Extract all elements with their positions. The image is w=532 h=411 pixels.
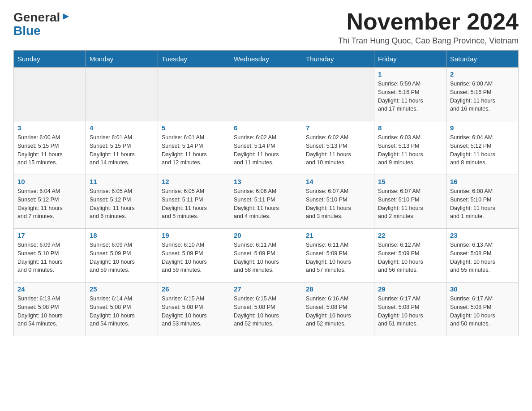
day-number: 10	[17, 178, 82, 185]
day-number: 4	[90, 124, 154, 132]
day-number: 12	[162, 178, 226, 185]
day-cell: 18Sunrise: 6:09 AM Sunset: 5:09 PM Dayli…	[86, 229, 158, 283]
day-number: 1	[378, 70, 442, 78]
day-info: Sunrise: 6:17 AM Sunset: 5:08 PM Dayligh…	[450, 295, 515, 328]
day-cell: 4Sunrise: 6:01 AM Sunset: 5:15 PM Daylig…	[86, 121, 158, 175]
day-info: Sunrise: 6:09 AM Sunset: 5:09 PM Dayligh…	[90, 241, 154, 274]
day-cell: 19Sunrise: 6:10 AM Sunset: 5:09 PM Dayli…	[158, 229, 230, 283]
day-cell: 7Sunrise: 6:02 AM Sunset: 5:13 PM Daylig…	[302, 121, 374, 175]
day-number: 9	[450, 124, 515, 132]
day-number: 30	[450, 285, 515, 293]
day-info: Sunrise: 6:13 AM Sunset: 5:08 PM Dayligh…	[450, 241, 515, 274]
day-info: Sunrise: 6:03 AM Sunset: 5:13 PM Dayligh…	[378, 133, 442, 167]
day-cell: 24Sunrise: 6:13 AM Sunset: 5:08 PM Dayli…	[14, 283, 86, 336]
svg-marker-0	[63, 13, 69, 20]
day-info: Sunrise: 6:04 AM Sunset: 5:12 PM Dayligh…	[450, 133, 515, 167]
day-cell: 12Sunrise: 6:05 AM Sunset: 5:11 PM Dayli…	[158, 175, 230, 229]
day-cell: 11Sunrise: 6:05 AM Sunset: 5:12 PM Dayli…	[86, 175, 158, 229]
day-cell: 10Sunrise: 6:04 AM Sunset: 5:12 PM Dayli…	[14, 175, 86, 229]
day-cell: 20Sunrise: 6:11 AM Sunset: 5:09 PM Dayli…	[230, 229, 302, 283]
day-info: Sunrise: 6:15 AM Sunset: 5:08 PM Dayligh…	[162, 295, 226, 328]
weekday-sunday: Sunday	[14, 51, 86, 68]
day-info: Sunrise: 6:15 AM Sunset: 5:08 PM Dayligh…	[234, 295, 298, 328]
weekday-wednesday: Wednesday	[230, 51, 302, 68]
logo-general: General	[13, 11, 60, 24]
day-number: 29	[378, 285, 442, 293]
day-info: Sunrise: 6:00 AM Sunset: 5:16 PM Dayligh…	[450, 80, 515, 113]
day-info: Sunrise: 6:02 AM Sunset: 5:13 PM Dayligh…	[306, 133, 370, 167]
day-cell	[230, 68, 302, 121]
day-info: Sunrise: 6:04 AM Sunset: 5:12 PM Dayligh…	[17, 187, 82, 221]
title-area: November 2024 Thi Tran Hung Quoc, Cao Ba…	[338, 9, 519, 46]
day-info: Sunrise: 6:02 AM Sunset: 5:14 PM Dayligh…	[234, 133, 298, 167]
weekday-header-row: SundayMondayTuesdayWednesdayThursdayFrid…	[14, 51, 519, 68]
logo-triangle-icon	[61, 12, 71, 21]
day-number: 5	[162, 124, 226, 132]
day-number: 6	[234, 124, 298, 132]
calendar: SundayMondayTuesdayWednesdayThursdayFrid…	[13, 50, 519, 336]
day-number: 27	[234, 285, 298, 293]
day-info: Sunrise: 6:17 AM Sunset: 5:08 PM Dayligh…	[378, 295, 442, 328]
weekday-friday: Friday	[374, 51, 446, 68]
day-cell: 22Sunrise: 6:12 AM Sunset: 5:09 PM Dayli…	[374, 229, 446, 283]
day-cell: 13Sunrise: 6:06 AM Sunset: 5:11 PM Dayli…	[230, 175, 302, 229]
day-info: Sunrise: 6:11 AM Sunset: 5:09 PM Dayligh…	[234, 241, 298, 274]
day-cell: 5Sunrise: 6:01 AM Sunset: 5:14 PM Daylig…	[158, 121, 230, 175]
day-number: 16	[450, 178, 515, 185]
day-cell: 16Sunrise: 6:08 AM Sunset: 5:10 PM Dayli…	[446, 175, 519, 229]
day-number: 17	[17, 231, 82, 239]
day-cell: 1Sunrise: 5:59 AM Sunset: 5:16 PM Daylig…	[374, 68, 446, 121]
day-info: Sunrise: 6:10 AM Sunset: 5:09 PM Dayligh…	[162, 241, 226, 274]
day-info: Sunrise: 5:59 AM Sunset: 5:16 PM Dayligh…	[378, 80, 442, 113]
day-info: Sunrise: 6:12 AM Sunset: 5:09 PM Dayligh…	[378, 241, 442, 274]
day-cell: 30Sunrise: 6:17 AM Sunset: 5:08 PM Dayli…	[446, 283, 519, 336]
day-number: 25	[90, 285, 154, 293]
day-info: Sunrise: 6:09 AM Sunset: 5:10 PM Dayligh…	[17, 241, 82, 274]
week-row-3: 10Sunrise: 6:04 AM Sunset: 5:12 PM Dayli…	[14, 175, 519, 229]
day-info: Sunrise: 6:08 AM Sunset: 5:10 PM Dayligh…	[450, 187, 515, 221]
week-row-4: 17Sunrise: 6:09 AM Sunset: 5:10 PM Dayli…	[14, 229, 519, 283]
day-cell: 14Sunrise: 6:07 AM Sunset: 5:10 PM Dayli…	[302, 175, 374, 229]
day-number: 20	[234, 231, 298, 239]
day-cell: 28Sunrise: 6:16 AM Sunset: 5:08 PM Dayli…	[302, 283, 374, 336]
weekday-tuesday: Tuesday	[158, 51, 230, 68]
day-cell: 21Sunrise: 6:11 AM Sunset: 5:09 PM Dayli…	[302, 229, 374, 283]
day-cell: 3Sunrise: 6:00 AM Sunset: 5:15 PM Daylig…	[14, 121, 86, 175]
day-number: 8	[378, 124, 442, 132]
day-cell	[302, 68, 374, 121]
subtitle: Thi Tran Hung Quoc, Cao Bang Province, V…	[338, 36, 519, 46]
day-cell: 9Sunrise: 6:04 AM Sunset: 5:12 PM Daylig…	[446, 121, 519, 175]
week-row-5: 24Sunrise: 6:13 AM Sunset: 5:08 PM Dayli…	[14, 283, 519, 336]
day-info: Sunrise: 6:07 AM Sunset: 5:10 PM Dayligh…	[378, 187, 442, 221]
day-cell: 2Sunrise: 6:00 AM Sunset: 5:16 PM Daylig…	[446, 68, 519, 121]
day-info: Sunrise: 6:06 AM Sunset: 5:11 PM Dayligh…	[234, 187, 298, 221]
day-number: 13	[234, 178, 298, 185]
day-cell: 26Sunrise: 6:15 AM Sunset: 5:08 PM Dayli…	[158, 283, 230, 336]
day-cell: 23Sunrise: 6:13 AM Sunset: 5:08 PM Dayli…	[446, 229, 519, 283]
header: General Blue November 2024 Thi Tran Hung…	[13, 9, 519, 46]
day-cell: 15Sunrise: 6:07 AM Sunset: 5:10 PM Dayli…	[374, 175, 446, 229]
weekday-saturday: Saturday	[446, 51, 519, 68]
day-info: Sunrise: 6:07 AM Sunset: 5:10 PM Dayligh…	[306, 187, 370, 221]
page-title: November 2024	[338, 9, 519, 34]
day-info: Sunrise: 6:16 AM Sunset: 5:08 PM Dayligh…	[306, 295, 370, 328]
day-number: 21	[306, 231, 370, 239]
day-cell: 6Sunrise: 6:02 AM Sunset: 5:14 PM Daylig…	[230, 121, 302, 175]
day-info: Sunrise: 6:00 AM Sunset: 5:15 PM Dayligh…	[17, 133, 82, 167]
day-number: 19	[162, 231, 226, 239]
week-row-1: 1Sunrise: 5:59 AM Sunset: 5:16 PM Daylig…	[14, 68, 519, 121]
day-cell: 27Sunrise: 6:15 AM Sunset: 5:08 PM Dayli…	[230, 283, 302, 336]
logo-blue: Blue	[13, 24, 41, 38]
day-cell: 25Sunrise: 6:14 AM Sunset: 5:08 PM Dayli…	[86, 283, 158, 336]
day-info: Sunrise: 6:05 AM Sunset: 5:11 PM Dayligh…	[162, 187, 226, 221]
weekday-monday: Monday	[86, 51, 158, 68]
day-info: Sunrise: 6:01 AM Sunset: 5:15 PM Dayligh…	[90, 133, 154, 167]
day-number: 22	[378, 231, 442, 239]
day-number: 2	[450, 70, 515, 78]
week-row-2: 3Sunrise: 6:00 AM Sunset: 5:15 PM Daylig…	[14, 121, 519, 175]
day-cell	[14, 68, 86, 121]
day-number: 18	[90, 231, 154, 239]
day-info: Sunrise: 6:05 AM Sunset: 5:12 PM Dayligh…	[90, 187, 154, 221]
day-cell: 29Sunrise: 6:17 AM Sunset: 5:08 PM Dayli…	[374, 283, 446, 336]
day-number: 28	[306, 285, 370, 293]
